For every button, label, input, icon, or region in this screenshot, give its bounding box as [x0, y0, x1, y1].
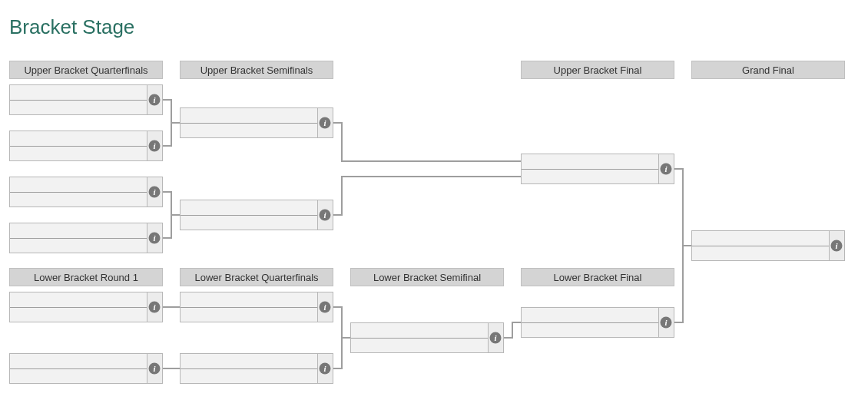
info-icon[interactable]: i — [320, 302, 331, 313]
connector — [674, 168, 682, 170]
connector — [341, 337, 350, 339]
connector — [333, 122, 341, 124]
header-upper-qf: Upper Bracket Quarterfinals — [9, 61, 163, 79]
connector — [504, 337, 512, 339]
connector — [512, 322, 513, 339]
info-icon[interactable]: i — [149, 363, 161, 375]
connector — [163, 306, 180, 308]
connector — [171, 214, 180, 216]
connector — [512, 322, 521, 323]
header-lower-sf: Lower Bracket Semifinal — [350, 268, 504, 286]
match-lb-sf[interactable]: i — [350, 322, 504, 353]
info-icon[interactable]: i — [149, 302, 161, 313]
match-ub-qf-2[interactable]: i — [9, 131, 163, 161]
connector — [333, 368, 341, 369]
connector — [682, 245, 684, 323]
header-lower-qf: Lower Bracket Quarterfinals — [180, 268, 333, 286]
info-icon[interactable]: i — [320, 117, 331, 129]
connector — [163, 368, 180, 369]
connector — [341, 122, 343, 160]
match-ub-qf-3[interactable]: i — [9, 177, 163, 207]
connector — [674, 322, 682, 323]
connector — [163, 145, 171, 147]
info-icon[interactable]: i — [831, 240, 843, 252]
match-ub-qf-4[interactable]: i — [9, 223, 163, 253]
match-ub-qf-1[interactable]: i — [9, 84, 163, 115]
connector — [163, 237, 171, 239]
connector — [171, 122, 180, 124]
match-ub-sf-2[interactable]: i — [180, 200, 333, 230]
info-icon[interactable]: i — [149, 187, 161, 198]
match-lb-final[interactable]: i — [521, 307, 674, 338]
header-upper-final: Upper Bracket Final — [521, 61, 674, 79]
connector — [163, 191, 171, 193]
section-title: Bracket Stage — [9, 15, 134, 39]
match-lb-qf-1[interactable]: i — [180, 292, 333, 322]
match-lb-r1-1[interactable]: i — [9, 292, 163, 322]
info-icon[interactable]: i — [149, 94, 161, 106]
header-lower-r1: Lower Bracket Round 1 — [9, 268, 163, 286]
connector — [333, 214, 341, 216]
info-icon[interactable]: i — [149, 233, 161, 244]
match-lb-r1-2[interactable]: i — [9, 353, 163, 384]
connector — [163, 99, 171, 101]
info-icon[interactable]: i — [661, 317, 672, 329]
match-grand-final[interactable]: i — [691, 230, 845, 261]
header-upper-sf: Upper Bracket Semifinals — [180, 61, 333, 79]
info-icon[interactable]: i — [320, 363, 331, 375]
connector — [682, 168, 684, 245]
info-icon[interactable]: i — [149, 140, 161, 152]
info-icon[interactable]: i — [661, 164, 672, 175]
match-lb-qf-2[interactable]: i — [180, 353, 333, 384]
match-ub-sf-1[interactable]: i — [180, 107, 333, 138]
connector — [341, 160, 521, 162]
connector — [341, 176, 521, 177]
header-grand-final: Grand Final — [691, 61, 845, 79]
info-icon[interactable]: i — [320, 210, 331, 221]
header-lower-final: Lower Bracket Final — [521, 268, 674, 286]
connector — [333, 306, 341, 308]
info-icon[interactable]: i — [490, 332, 502, 344]
match-ub-final[interactable]: i — [521, 154, 674, 184]
connector — [341, 176, 343, 216]
